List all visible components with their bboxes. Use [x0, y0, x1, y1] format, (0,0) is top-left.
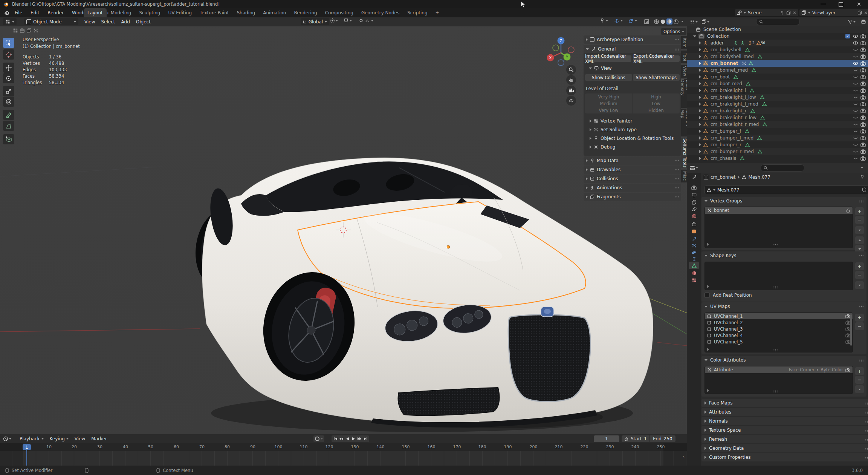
eye-closed-icon[interactable]: [853, 156, 858, 161]
eye-closed-icon[interactable]: [853, 88, 858, 93]
list-resize-grip[interactable]: [773, 349, 778, 351]
shading-wireframe-button[interactable]: [654, 19, 659, 25]
camera-icon[interactable]: [845, 368, 850, 372]
panel-fragments[interactable]: Fragments: [584, 193, 681, 201]
eye-closed-icon[interactable]: [853, 122, 858, 127]
camera-icon[interactable]: [860, 149, 866, 154]
camera-icon[interactable]: [860, 142, 866, 147]
menu-select[interactable]: Select: [98, 19, 118, 25]
navigation-gizmo[interactable]: Z X Y: [547, 36, 579, 67]
new-scene-icon[interactable]: [786, 11, 791, 15]
current-frame-field[interactable]: 1: [594, 435, 619, 442]
panel-collisions[interactable]: Collisions: [584, 175, 681, 183]
pivot-point-dropdown[interactable]: [330, 18, 338, 23]
uv-map-row[interactable]: UVChannel_4: [705, 332, 853, 339]
eye-closed-icon[interactable]: [853, 142, 858, 147]
tool-add-cube[interactable]: [3, 134, 14, 144]
shape-keys-list[interactable]: [704, 262, 853, 290]
ptab-tool[interactable]: [689, 173, 699, 181]
expand-icon[interactable]: [693, 35, 696, 37]
subpanel-debug[interactable]: Debug: [590, 144, 681, 150]
ca-specials-button[interactable]: [855, 385, 864, 393]
checkbox-unchecked[interactable]: [704, 293, 710, 298]
list-resize-grip[interactable]: [773, 390, 778, 392]
camera-icon[interactable]: [860, 102, 866, 106]
tab-geometry-nodes[interactable]: Geometry Nodes: [358, 8, 403, 17]
list-filter-icon[interactable]: [707, 389, 709, 392]
ptab-collection[interactable]: [689, 220, 699, 228]
eye-closed-icon[interactable]: [853, 136, 858, 140]
outliner-display-mode-dropdown[interactable]: [701, 19, 709, 24]
color-attributes-list[interactable]: Attribute Face Corner Byte Color: [704, 366, 853, 394]
list-filter-icon[interactable]: [707, 243, 709, 246]
sk-remove-button[interactable]: −: [855, 271, 864, 279]
tool-rotate[interactable]: [3, 73, 14, 83]
show-collisions-button[interactable]: Show Collisions: [585, 74, 632, 81]
panel-map-data[interactable]: Map Data: [584, 156, 681, 165]
tab-compositing[interactable]: Compositing: [321, 8, 357, 17]
outliner-row[interactable]: cm_brakelight_l_med: [687, 101, 868, 107]
outliner-row-active[interactable]: cm_bonnet: [687, 60, 868, 67]
panel-face-maps[interactable]: Face Maps: [701, 399, 868, 407]
ptab-output[interactable]: [689, 191, 699, 199]
tab-texture-paint[interactable]: Texture Paint: [196, 8, 232, 17]
drag-grip-icon[interactable]: [674, 38, 679, 41]
camera-icon[interactable]: [860, 136, 866, 140]
panel-geometry-data[interactable]: Geometry Data: [701, 444, 868, 452]
jump-to-end-button[interactable]: [362, 436, 368, 442]
zoom-view-button[interactable]: [566, 65, 576, 75]
viewlayer-selector[interactable]: ViewLayer: [799, 9, 868, 16]
tool-move[interactable]: [3, 63, 14, 73]
outliner-row[interactable]: cm_bumper_f: [687, 128, 868, 135]
outliner-row[interactable]: cm_chassis: [687, 155, 868, 162]
show-gizmo-dropdown[interactable]: [600, 18, 608, 23]
play-reverse-button[interactable]: [344, 436, 350, 442]
playhead-frame-badge[interactable]: 1: [23, 444, 31, 450]
tab-animation[interactable]: Animation: [259, 8, 290, 17]
add-workspace-button[interactable]: +: [432, 8, 443, 17]
outliner-row[interactable]: cm_brakelight_r_med: [687, 121, 868, 128]
ptab-physics[interactable]: [689, 248, 699, 256]
show-overlays-dropdown[interactable]: [628, 18, 637, 23]
scene-selector[interactable]: Scene: [735, 9, 798, 16]
timeline-ruler[interactable]: 1020 3040 5060 7080 90100 110120 130140 …: [0, 443, 687, 451]
end-frame-field[interactable]: End250: [650, 435, 675, 442]
panel-normals[interactable]: Normals: [701, 417, 868, 425]
breadcrumb-data[interactable]: Mesh.077: [749, 175, 770, 180]
snap-toggle[interactable]: [344, 18, 352, 23]
tool-select-box[interactable]: [3, 38, 14, 48]
eye-closed-icon[interactable]: [853, 115, 858, 120]
eye-closed-icon[interactable]: [853, 109, 858, 113]
camera-icon[interactable]: [860, 156, 866, 161]
uv-map-row[interactable]: UVChannel_3: [705, 326, 853, 332]
camera-icon[interactable]: [860, 68, 866, 72]
corner-toggle-icon[interactable]: [33, 28, 38, 33]
eye-closed-icon[interactable]: [853, 149, 858, 154]
tool-measure[interactable]: [3, 121, 14, 131]
tool-transform[interactable]: [3, 97, 14, 107]
camera-off-icon[interactable]: [845, 333, 850, 337]
outliner-row[interactable]: cm_brakelight_l: [687, 87, 868, 94]
export-codewalker-button[interactable]: Export Codewalker XML: [633, 55, 680, 62]
vertex-groups-header[interactable]: Vertex Groups: [701, 197, 866, 205]
eye-icon[interactable]: [853, 41, 858, 45]
eye-closed-icon[interactable]: [853, 75, 858, 79]
uv-map-row[interactable]: UVChannel_5: [705, 339, 853, 345]
camera-icon[interactable]: [860, 75, 866, 79]
uv-map-row[interactable]: UVChannel_2: [705, 319, 853, 326]
xray-toggle[interactable]: [644, 19, 649, 24]
minimize-button[interactable]: [821, 4, 826, 4]
scrollbar[interactable]: [850, 314, 852, 346]
corner-toggle-icon[interactable]: [26, 28, 32, 33]
uv-add-button[interactable]: +: [855, 314, 864, 322]
outliner-row-collection[interactable]: Collection ✓: [687, 33, 868, 40]
panel-archetype-definition[interactable]: Archetype Definition: [584, 35, 681, 44]
outliner-row[interactable]: cm_brakelight_r: [687, 107, 868, 114]
add-rest-position-row[interactable]: Add Rest Position: [704, 293, 752, 298]
menu-render[interactable]: Render: [43, 8, 68, 17]
eye-icon[interactable]: [853, 61, 858, 66]
camera-icon[interactable]: [860, 129, 866, 133]
panel-custom-properties[interactable]: Custom Properties: [701, 453, 868, 461]
expand-icon[interactable]: [699, 41, 701, 44]
camera-off-icon[interactable]: [845, 320, 850, 325]
